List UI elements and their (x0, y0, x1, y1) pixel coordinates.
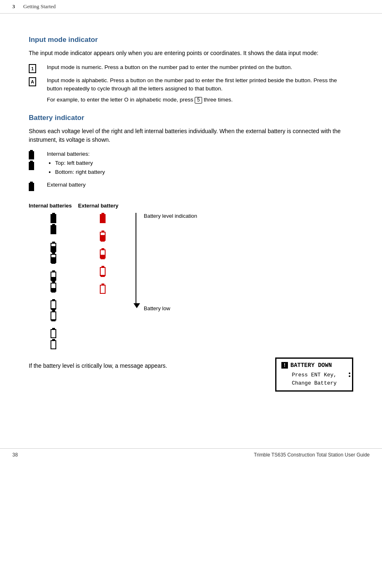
external-level-5 (82, 284, 123, 294)
input-mode-intro: The input mode indicator appears only wh… (29, 49, 353, 58)
external-level-2 (82, 231, 123, 241)
alpha-mode-text: Input mode is alphabetic. Press a button… (47, 76, 353, 92)
battery-intro: Shows each voltage level of the right an… (29, 127, 353, 144)
alpha-text-main: Input mode is alphabetic. Press a button… (47, 77, 337, 92)
book-title: Trimble TS635 Construction Total Station… (254, 452, 370, 458)
numeric-mode-text: Input mode is numeric. Press a button on… (47, 63, 353, 71)
alpha-icon-cell (29, 76, 47, 86)
internal-top-full (29, 213, 78, 223)
numeric-mode-icon (29, 64, 36, 73)
left-battery-item: Top: left battery (55, 159, 353, 167)
internal-batteries-list: Top: left battery Bottom: right battery (55, 159, 353, 176)
external-battery-row: External battery (29, 181, 353, 191)
input-mode-section: Input mode indicator The input mode indi… (29, 36, 353, 104)
internal-top-3q (29, 242, 78, 252)
numeric-icon-cell (29, 63, 47, 73)
critically-low-section: If the battery level is critically low, … (29, 357, 353, 392)
right-battery-icon (29, 161, 34, 170)
external-col (82, 213, 123, 294)
arrow-assembly: Battery level indication Battery low (131, 213, 197, 320)
critically-low-text: If the battery level is critically low, … (29, 357, 167, 370)
internal-level-1 (29, 213, 78, 234)
battery-low-label: Battery low (144, 305, 197, 311)
arrow-head (133, 303, 140, 308)
exclamation-icon: ! (281, 362, 288, 369)
internal-batteries-col-label: Internal batteries (29, 203, 78, 209)
page-header: 3 Getting Started (0, 0, 382, 14)
dot-2 (349, 375, 350, 377)
internal-batteries-text: Internal batteries: Top: left battery Bo… (47, 150, 353, 178)
diagram-arrow-labels: Battery level indication Battery low (131, 213, 197, 308)
alpha-mode-row: Input mode is alphabetic. Press a button… (29, 76, 353, 92)
external-battery-col-label: External battery (78, 203, 119, 209)
external-level-4 (82, 266, 123, 276)
right-battery-item: Bottom: right battery (55, 168, 353, 176)
internal-top-verylow (29, 328, 78, 338)
internal-col (29, 213, 78, 349)
battery-down-title: ! BATTERY DOWN (281, 362, 347, 369)
internal-battery-icons (29, 150, 47, 170)
internal-level-3 (29, 270, 78, 292)
external-battery-icon-cell (29, 181, 47, 191)
diagram-side-labels: Battery level indication Battery low (144, 213, 197, 311)
page-container: 3 Getting Started Input mode indicator T… (0, 0, 382, 461)
example-suffix: three times. (204, 97, 233, 103)
external-level-1 (82, 213, 123, 223)
page-footer: 38 Trimble TS635 Construction Total Stat… (0, 448, 382, 461)
battery-level-indication-label: Battery level indication (144, 213, 197, 219)
internal-bottom-verylow (29, 339, 78, 349)
internal-bottom-half (29, 281, 78, 292)
internal-top-low (29, 299, 78, 309)
internal-bottom-low (29, 310, 78, 321)
battery-down-line2: Change Battery (281, 379, 347, 387)
internal-level-5 (29, 328, 78, 349)
battery-down-text: Press ENT Key, Change Battery (281, 371, 347, 387)
example-line: For example, to enter the letter O in al… (47, 96, 353, 104)
dot-1 (349, 372, 350, 374)
battery-down-box: ! BATTERY DOWN Press ENT Key, Change Bat… (275, 357, 353, 392)
diagram-levels: Battery level indication Battery low (29, 213, 353, 349)
external-battery-text: External battery (47, 181, 353, 189)
battery-down-dots (349, 372, 350, 377)
alpha-mode-icon (29, 77, 36, 86)
arrow-line (136, 213, 136, 303)
battery-section: Battery indicator Shows each voltage lev… (29, 114, 353, 392)
internal-bottom-full (29, 224, 78, 234)
internal-bottom-3q (29, 253, 78, 263)
battery-heading: Battery indicator (29, 114, 353, 122)
input-mode-heading: Input mode indicator (29, 36, 353, 44)
battery-down-title-text: BATTERY DOWN (290, 362, 332, 369)
battery-down-line1: Press ENT Key, (281, 371, 347, 379)
external-level-3 (82, 248, 123, 258)
battery-diagram-section: Internal batteries External battery (29, 203, 353, 349)
chapter-number: 3 (12, 3, 15, 10)
internal-top-half (29, 270, 78, 281)
internal-level-4 (29, 299, 78, 321)
diagram-column-labels: Internal batteries External battery (29, 203, 353, 209)
example-text: For example, to enter the letter O in al… (47, 97, 193, 103)
numeric-mode-row: Input mode is numeric. Press a button on… (29, 63, 353, 73)
left-battery-icon (29, 150, 34, 159)
internal-level-2 (29, 242, 78, 263)
page-number: 38 (12, 452, 18, 458)
example-key: 5 (195, 97, 202, 104)
chapter-title: Getting Started (23, 3, 56, 10)
internal-batteries-row: Internal batteries: Top: left battery Bo… (29, 150, 353, 178)
internal-batteries-title: Internal batteries: (47, 150, 353, 158)
main-content: Input mode indicator The input mode indi… (0, 14, 382, 415)
external-battery-icon (29, 182, 34, 191)
